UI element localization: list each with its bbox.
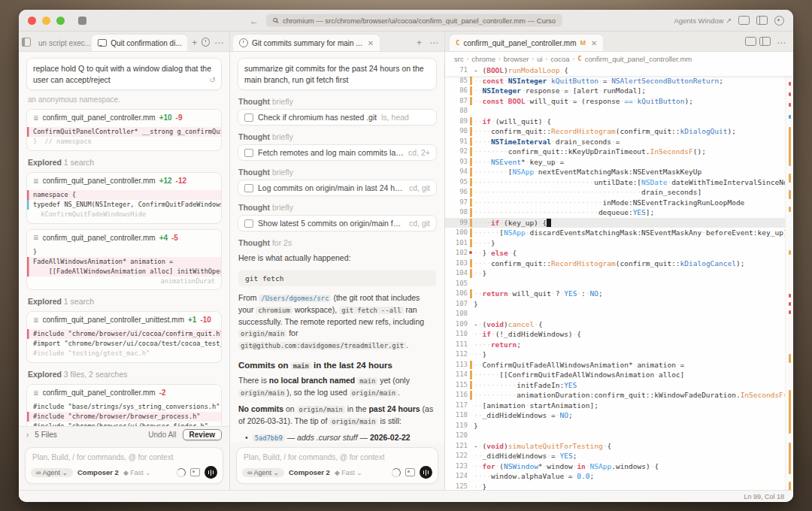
split-editor-icon[interactable] (759, 37, 771, 46)
open-changes-icon[interactable] (745, 37, 756, 46)
code-line[interactable]: 99····if·(key_up)·{ (445, 218, 793, 228)
minimize-window-button[interactable] (42, 17, 50, 25)
code-line[interactable]: 85··const·NSInteger·kQuitButton·=·NSAler… (445, 76, 793, 86)
code-line[interactable]: 109-·(void)cancel·{ (445, 319, 793, 330)
restore-checkpoint-icon[interactable]: ↺ (210, 75, 216, 86)
toolbar-icon[interactable] (78, 17, 86, 25)
code-line[interactable]: 112··} (445, 349, 793, 360)
sticky-scope-line[interactable]: 71- (BOOL)runModalLoop { (445, 65, 793, 76)
zoom-window-button[interactable] (56, 17, 65, 25)
code-line[interactable]: 103····confirm_quit::RecordHistogram(con… (445, 259, 793, 269)
more-actions-icon[interactable]: ⋯ (211, 35, 226, 51)
code-block[interactable]: git fetch (238, 271, 436, 286)
composer-placeholder[interactable]: Plan, Build, / for commands, @ for conte… (26, 448, 223, 464)
undo-all-button[interactable]: Undo All (148, 431, 176, 439)
thought-label[interactable]: Thought briefly (238, 203, 436, 212)
code-line[interactable]: 106··return·will_quit·?·YES·:·NO; (445, 289, 793, 299)
code-line[interactable]: 117··[animation·startAnimation]; (445, 401, 793, 411)
tool-call-card[interactable]: Show latest 5 commits on origin/main for… (238, 215, 437, 231)
breadcrumb-segment[interactable]: ui (537, 55, 542, 63)
breadcrumb-segment[interactable]: browser (504, 55, 529, 63)
close-tab-icon[interactable]: ✕ (368, 39, 374, 47)
code-line[interactable]: 94········[NSApp·nextEventMatchingMask:N… (445, 167, 793, 177)
code-line[interactable]: 101····} (445, 238, 793, 249)
breadcrumb[interactable]: src›chrome›browser›ui›cocoa›Cconfirm_qui… (445, 52, 793, 65)
thought-label[interactable]: Thought briefly (238, 168, 436, 177)
diff-card-header[interactable]: ≣confirm_quit_panel_controller.mm+10-9 (27, 110, 221, 124)
agent-mode-pill[interactable]: ∞ Agent ⌄ (242, 468, 284, 477)
code-line[interactable]: 125··} (445, 482, 793, 491)
sidebar-toggle-icon[interactable] (22, 38, 31, 47)
back-icon[interactable]: ← (250, 15, 259, 26)
diff-card[interactable]: ≣confirm_quit_panel_controller_unittest.… (26, 311, 222, 363)
model-selector[interactable]: Composer 2 (77, 468, 119, 476)
code-line[interactable]: 87··const·BOOL·will_quit·=·(response·==·… (445, 96, 793, 107)
voice-input-button[interactable] (420, 466, 432, 479)
close-window-button[interactable] (28, 17, 36, 25)
voice-input-button[interactable] (205, 466, 217, 479)
files-count[interactable]: 5 Files (35, 431, 56, 439)
new-tab-button[interactable]: + (189, 35, 200, 51)
code-line[interactable]: 121-·(void)simulateQuitForTesting·{ (445, 441, 793, 452)
thought-label[interactable]: Thought briefly (238, 97, 436, 106)
code-line[interactable]: 88 (445, 106, 793, 116)
code-line[interactable]: 104··} (445, 268, 793, 279)
thought-label[interactable]: Thought for 2s (238, 238, 436, 247)
diff-card-header[interactable]: ≣confirm_quit_panel_controller.mm+12-12 (27, 173, 221, 187)
code-line[interactable]: 111····return; (445, 340, 793, 350)
close-tab-icon[interactable]: ✕ (591, 39, 597, 47)
code-line[interactable]: 97······························inMode:N… (445, 198, 793, 208)
user-message[interactable]: summarize git commits for the past 24 ho… (238, 58, 437, 90)
chevron-right-icon[interactable]: › (26, 431, 29, 439)
diff-card-header[interactable]: ≣confirm_quit_panel_controller.mm-2 (27, 385, 221, 399)
tab-run-script[interactable]: un script exec... (32, 35, 90, 51)
speed-selector[interactable]: ◆ Fast ⌄ (123, 469, 151, 476)
code-area[interactable]: 85··const·NSInteger·kQuitButton·=·NSAler… (445, 76, 793, 491)
more-actions-icon[interactable]: ⋯ (774, 35, 789, 51)
diff-card-header[interactable]: ≣confirm_quit_panel_controller.mm+4-5 (27, 230, 221, 244)
breadcrumb-file[interactable]: confirm_quit_panel_controller.mm (585, 55, 692, 63)
code-line[interactable]: 116··········animationDuration:confirm_q… (445, 390, 793, 401)
settings-gear-icon[interactable] (774, 16, 784, 26)
code-line[interactable]: 91····NSTimeInterval·drain_seconds·= (445, 137, 793, 147)
code-line[interactable]: 92········confirm_quit::kKeyUpDrainTimeo… (445, 147, 793, 157)
tool-call-card[interactable]: Fetch remotes and log main commits last … (238, 144, 437, 161)
more-actions-icon[interactable]: ⋯ (426, 35, 441, 51)
tool-call-card[interactable]: Log commits on origin/main in last 24 ho… (238, 180, 437, 196)
tool-call-card[interactable]: Check if chromium has nested .gitls, hea… (238, 109, 437, 125)
code-line[interactable]: 124····window.alphaValue·=·0.0; (445, 471, 793, 482)
code-line[interactable]: 86··NSInteger·response·=·[alert·runModal… (445, 86, 793, 96)
middle-composer[interactable]: Plan, Build, / for commands, @ for conte… (236, 447, 438, 484)
diff-card[interactable]: ≣confirm_quit_panel_controller.mm+10-9Co… (26, 109, 222, 151)
composer-placeholder[interactable]: Plan, Build, / for commands, @ for conte… (237, 448, 438, 464)
code-line[interactable]: 120 (445, 431, 793, 441)
code-line[interactable]: 102··}·else·{ (445, 248, 793, 259)
agent-mode-pill[interactable]: ∞ Agent ⌄ (31, 468, 73, 477)
cursor-position[interactable]: Ln 99, Col 18 (744, 493, 784, 500)
agents-window-link[interactable]: Agents Window ↗ (674, 17, 732, 25)
code-line[interactable]: 96······································… (445, 187, 793, 198)
tab-git-commits-summary[interactable]: Git commits summary for main ... ✕ (233, 35, 380, 51)
tab-quit-confirmation[interactable]: Quit confirmation di... ✕ (92, 35, 187, 51)
breadcrumb-segment[interactable]: src (454, 55, 464, 63)
code-line[interactable]: 110··if·(!_didHideWindows)·{ (445, 329, 793, 340)
titlebar-search[interactable]: chromium — src/chrome/browser/ui/cocoa/c… (266, 14, 562, 27)
attach-image-icon[interactable] (190, 468, 200, 476)
code-line[interactable]: 119} (445, 421, 793, 431)
new-tab-button[interactable]: + (414, 35, 425, 51)
code-line[interactable]: 105 (445, 279, 793, 289)
breadcrumb-segment[interactable]: chrome (471, 55, 495, 63)
user-message[interactable]: replace hold Q to quit with a window dia… (26, 58, 222, 90)
code-line[interactable]: 98·····························dequeue:Y… (445, 207, 793, 218)
code-line[interactable]: 113··ConfirmQuitFadeAllWindowsAnimation*… (445, 360, 793, 370)
diff-card[interactable]: ≣confirm_quit_panel_controller.mm+4-5}Fa… (26, 229, 222, 291)
code-line[interactable]: 122··_didHideWindows·=·YES; (445, 451, 793, 461)
diff-card-header[interactable]: ≣confirm_quit_panel_controller_unittest.… (27, 312, 221, 326)
code-line[interactable]: 89··if·(will_quit)·{ (445, 116, 793, 127)
code-line[interactable]: 118··_didHideWindows·=·NO; (445, 410, 793, 421)
thought-label[interactable]: Thought briefly (238, 132, 436, 141)
layout-panel-icon[interactable] (738, 16, 750, 25)
close-tab-icon[interactable]: ✕ (187, 39, 188, 47)
attach-image-icon[interactable] (405, 468, 415, 476)
history-icon[interactable] (201, 38, 210, 47)
